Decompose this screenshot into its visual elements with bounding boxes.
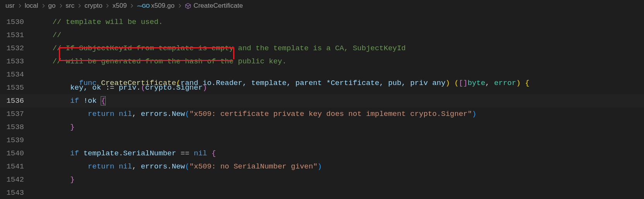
chevron-icon — [77, 3, 82, 9]
crumb-x509[interactable]: x509 — [112, 2, 127, 10]
line-number: 1536 — [0, 97, 35, 105]
crumb-usr[interactable]: usr — [5, 2, 15, 10]
line-number: 1530 — [0, 18, 35, 26]
comment-text: // If SubjectKeyId from template is empt… — [53, 44, 406, 53]
condition: !ok — [79, 97, 101, 105]
nil: nil — [194, 149, 207, 158]
nil: nil — [119, 162, 132, 171]
crumb-file[interactable]: x509.go — [151, 2, 175, 10]
crumb-local[interactable]: local — [25, 2, 38, 10]
code-line[interactable]: 1539 — [0, 134, 644, 147]
code-line[interactable]: 1534 func CreateCertificate(rand io.Read… — [0, 68, 644, 81]
keyword-return: return — [88, 110, 114, 118]
params: template, parent *Certificate, pub, priv… — [247, 79, 445, 87]
line-number: 1543 — [0, 189, 35, 197]
brace: } — [70, 123, 74, 131]
chevron-icon — [177, 3, 182, 9]
string-literal: "x509: certificate private key does not … — [189, 110, 472, 118]
symbol-function-icon — [185, 3, 191, 9]
line-number: 1531 — [0, 31, 35, 39]
crumb-symbol[interactable]: CreateCertificate — [194, 2, 243, 10]
type: crypto.Signer — [145, 83, 203, 92]
operator: == — [180, 149, 189, 158]
condition: template.SerialNumber — [79, 149, 180, 158]
brace: { — [211, 149, 216, 158]
code-line[interactable]: 1543 — [0, 186, 644, 199]
go-file-icon: ⁓GO — [137, 3, 149, 9]
line-number: 1534 — [0, 70, 35, 79]
crumb-go[interactable]: go — [48, 2, 56, 10]
chevron-icon — [129, 3, 134, 9]
line-number: 1535 — [0, 83, 35, 92]
chevron-icon — [17, 3, 22, 9]
line-number: 1539 — [0, 136, 35, 145]
line-number: 1537 — [0, 110, 35, 118]
line-number: 1538 — [0, 123, 35, 131]
code-line[interactable]: 1531 // — [0, 29, 644, 42]
code-line[interactable]: 1532 // If SubjectKeyId from template is… — [0, 42, 644, 55]
code-line[interactable]: 1538 } — [0, 121, 644, 134]
string-literal: "x509: no SerialNumber given" — [189, 162, 318, 171]
chevron-icon — [105, 3, 110, 9]
line-number: 1540 — [0, 149, 35, 158]
identifiers: key, ok — [70, 83, 101, 92]
line-number: 1541 — [0, 162, 35, 171]
code-line[interactable]: 1542 } — [0, 173, 644, 186]
chevron-icon — [41, 3, 46, 9]
code-line[interactable]: 1530 // template will be used. — [0, 15, 644, 29]
keyword-if: if — [70, 97, 79, 105]
comment-text: // — [53, 31, 62, 39]
crumb-crypto[interactable]: crypto — [84, 2, 102, 10]
paren: ) — [445, 79, 450, 87]
call: errors.New — [141, 110, 185, 118]
nil: nil — [119, 110, 132, 118]
code-line[interactable]: 1540 if template.SerialNumber == nil { — [0, 147, 644, 160]
keyword-return: return — [88, 162, 114, 171]
paren: ) — [516, 79, 520, 87]
space — [189, 149, 194, 158]
space — [207, 149, 211, 158]
brace: { — [101, 97, 105, 105]
code-line[interactable]: 1541 return nil, errors.New("x509: no Se… — [0, 160, 644, 173]
line-number: 1532 — [0, 44, 35, 53]
brace: { — [525, 79, 529, 87]
chevron-icon — [58, 3, 64, 9]
breadcrumb: usr local go src crypto x509 ⁓GO x509.go… — [0, 0, 644, 12]
line-number: 1542 — [0, 175, 35, 184]
paren: ( — [454, 79, 459, 87]
comment-text: // template will be used. — [53, 18, 163, 26]
brace: } — [70, 175, 74, 184]
crumb-src[interactable]: src — [66, 2, 75, 10]
code-editor[interactable]: 1530 // template will be used. 1531 // 1… — [0, 12, 644, 199]
line-number: 1533 — [0, 57, 35, 66]
identifier: priv. — [119, 83, 141, 92]
operator: := — [105, 83, 114, 92]
code-line[interactable]: 1537 return nil, errors.New("x509: certi… — [0, 107, 644, 121]
call: errors.New — [141, 162, 185, 171]
code-line-current[interactable]: 1536 if !ok { — [0, 94, 644, 107]
keyword-if: if — [70, 149, 79, 158]
